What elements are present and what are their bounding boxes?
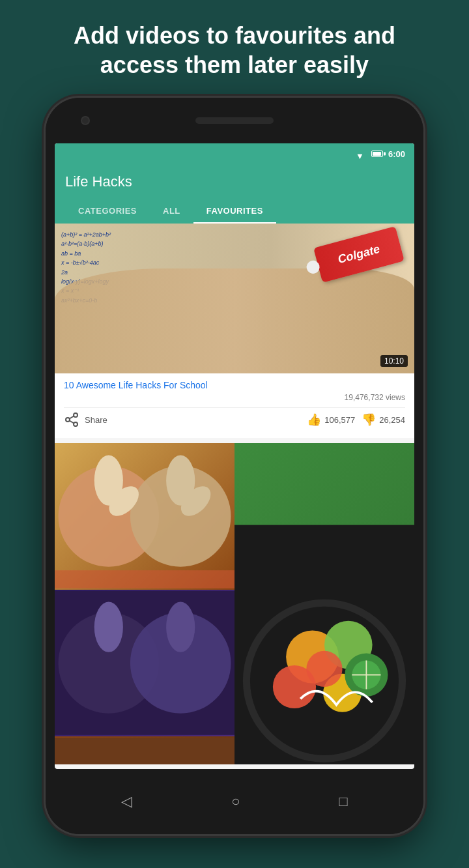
headline-line1: Add videos to favourites and	[74, 22, 395, 49]
food-fruit-bowl	[234, 443, 414, 764]
back-button[interactable]	[121, 793, 132, 810]
svg-point-2	[74, 422, 78, 426]
video-card-2	[55, 443, 414, 593]
content-area: (a+b)² = a²+2ab+b² a²-b²=(a-b)(a+b) ab =…	[55, 224, 414, 764]
thumbnail-background: (a+b)² = a²+2ab+b² a²-b²=(a-b)(a+b) ab =…	[55, 224, 414, 373]
svg-line-4	[70, 416, 74, 419]
video-actions-1: Share 👍 106,577 👎 26,254	[64, 407, 405, 431]
phone-device: 6:00 Life Hacks CATEGORIES ALL FAVOURITE…	[46, 98, 423, 834]
video-duration-1: 10:10	[380, 355, 408, 367]
recents-button[interactable]	[339, 793, 348, 810]
cookies-svg	[55, 443, 234, 590]
phone-screen: 6:00 Life Hacks CATEGORIES ALL FAVOURITE…	[55, 143, 414, 769]
svg-rect-11	[55, 570, 234, 588]
thumbs-down-icon: 👎	[362, 412, 376, 427]
video-views-1: 19,476,732 views	[64, 393, 405, 402]
tab-categories[interactable]: CATEGORIES	[65, 199, 150, 224]
video-thumbnail-2[interactable]	[55, 443, 414, 593]
fruit-bowl-svg	[234, 443, 414, 764]
app-header: Life Hacks CATEGORIES ALL FAVOURITES	[55, 164, 414, 224]
headline: Add videos to favourites and access them…	[48, 0, 421, 98]
video-thumbnail-1[interactable]: (a+b)² = a²+2ab+b² a²-b²=(a-b)(a+b) ab =…	[55, 224, 414, 373]
bottom-navigation	[46, 769, 423, 834]
svg-point-0	[74, 413, 78, 417]
camera	[81, 116, 90, 125]
food-item-dark	[55, 590, 234, 736]
video-card-1: (a+b)² = a²+2ab+b² a²-b²=(a-b)(a+b) ab =…	[55, 224, 414, 438]
food-left-column	[55, 443, 234, 764]
battery-icon	[371, 151, 383, 157]
dark-food-svg	[55, 590, 234, 736]
status-bar: 6:00	[55, 143, 414, 164]
svg-line-3	[70, 421, 74, 424]
status-time: 6:00	[388, 149, 405, 159]
svg-point-1	[66, 418, 70, 422]
thumbs-up-action[interactable]: 👍 106,577	[307, 412, 355, 427]
phone-top-bar	[46, 98, 423, 143]
speaker	[195, 117, 274, 124]
svg-point-15	[94, 601, 123, 652]
wifi-icon	[356, 150, 366, 158]
thumbs-actions: 👍 106,577 👎 26,254	[307, 412, 405, 427]
share-action[interactable]: Share	[64, 412, 107, 427]
home-button[interactable]	[231, 793, 240, 810]
headline-line2: access them later easily	[100, 51, 369, 78]
app-title: Life Hacks	[65, 173, 404, 190]
thumbs-up-icon: 👍	[307, 412, 321, 427]
share-icon	[64, 412, 79, 427]
likes-count: 106,577	[324, 415, 355, 425]
tab-all[interactable]: ALL	[150, 199, 193, 224]
bottom-food-svg	[55, 736, 234, 764]
share-label: Share	[85, 415, 107, 425]
svg-point-16	[166, 601, 195, 652]
food-item-bottom	[55, 736, 234, 764]
dislikes-count: 26,254	[379, 415, 405, 425]
video-info-1: 10 Awesome Life Hacks For School 19,476,…	[55, 373, 414, 438]
svg-rect-17	[55, 738, 234, 764]
tabs-container: CATEGORIES ALL FAVOURITES	[65, 199, 404, 224]
thumbs-down-action[interactable]: 👎 26,254	[362, 412, 405, 427]
food-item-cookies	[55, 443, 234, 590]
video-title-1[interactable]: 10 Awesome Life Hacks For School	[64, 380, 405, 390]
svg-point-28	[306, 651, 342, 687]
tab-favourites[interactable]: FAVOURITES	[193, 199, 276, 224]
